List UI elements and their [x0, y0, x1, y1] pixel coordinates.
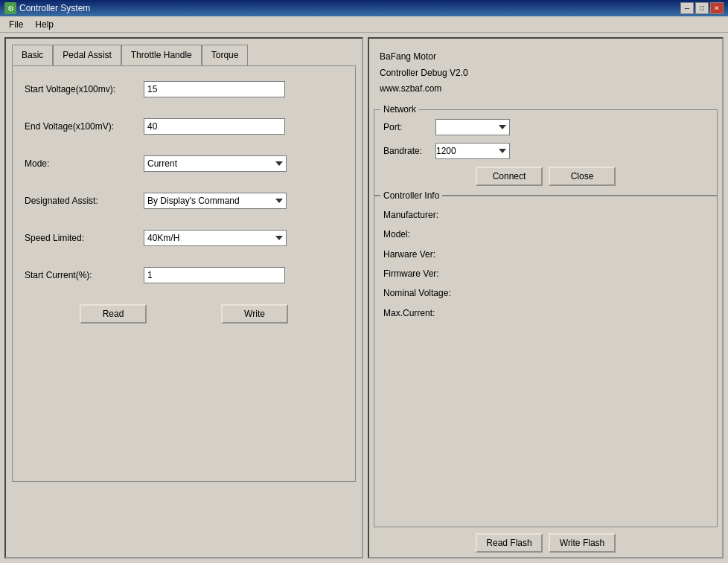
brand-line2: Controller Debug V2.0 [380, 65, 712, 82]
brand-info: BaFang Motor Controller Debug V2.0 www.s… [374, 43, 718, 103]
title-bar: ⚙ Controller System ─ □ ✕ [0, 0, 728, 16]
read-flash-button[interactable]: Read Flash [476, 533, 543, 553]
close-conn-button[interactable]: Close [549, 167, 616, 186]
tab-basic[interactable]: Basic [12, 45, 53, 65]
mode-row: Mode: Current Voltage Speed [25, 155, 343, 172]
read-button[interactable]: Read [80, 304, 147, 324]
speed-limited-select[interactable]: 40Km/H 30Km/H 25Km/H 20Km/H [144, 230, 287, 246]
window-title: Controller System [19, 3, 90, 13]
firmware-ver-row: Firmware Ver: [383, 264, 708, 283]
app-icon: ⚙ [4, 2, 16, 14]
max-current-row: Max.Current: [383, 303, 708, 323]
tab-throttle-handle[interactable]: Throttle Handle [121, 45, 202, 65]
designated-assist-row: Designated Assist: By Display's Command … [25, 193, 343, 209]
bottom-buttons: Read Write [25, 304, 343, 324]
network-title: Network [380, 104, 419, 115]
start-current-label: Start Current(%): [25, 270, 144, 280]
end-voltage-row: End Voltage(x100mV): [25, 118, 343, 135]
start-voltage-input[interactable] [144, 81, 285, 97]
mode-select[interactable]: Current Voltage Speed [144, 155, 287, 172]
end-voltage-label: End Voltage(x100mV): [25, 121, 144, 132]
network-group: Network Port: COM1 COM2 COM3 Bandrate: 1… [374, 109, 718, 196]
controller-info-group: Controller Info Manufacturer: Model: Har… [374, 196, 718, 527]
menu-help[interactable]: Help [29, 18, 60, 31]
bandrate-select[interactable]: 1200 2400 4800 9600 [435, 143, 510, 159]
speed-limited-row: Speed Limited: 40Km/H 30Km/H 25Km/H 20Km… [25, 230, 343, 246]
minimize-button[interactable]: ─ [680, 2, 694, 14]
tab-pedal-assist[interactable]: Pedal Assist [53, 45, 121, 65]
left-panel: Basic Pedal Assist Throttle Handle Torqu… [4, 37, 363, 559]
write-button[interactable]: Write [221, 304, 288, 324]
port-row: Port: COM1 COM2 COM3 [383, 119, 708, 135]
start-voltage-row: Start Voltage(x100mv): [25, 81, 343, 97]
end-voltage-input[interactable] [144, 118, 285, 135]
manufacturer-row: Manufacturer: [383, 205, 708, 225]
flash-buttons: Read Flash Write Flash [374, 533, 718, 553]
start-voltage-label: Start Voltage(x100mv): [25, 84, 144, 94]
start-current-input[interactable] [144, 267, 285, 283]
bandrate-label: Bandrate: [383, 146, 435, 156]
main-content: Basic Pedal Assist Throttle Handle Torqu… [0, 33, 728, 563]
port-label: Port: [383, 122, 435, 132]
menu-file[interactable]: File [3, 18, 29, 31]
controller-info-title: Controller Info [380, 190, 442, 201]
write-flash-button[interactable]: Write Flash [549, 533, 616, 553]
port-select[interactable]: COM1 COM2 COM3 [435, 119, 510, 135]
connect-row: Connect Close [383, 167, 708, 186]
mode-label: Mode: [25, 158, 144, 169]
brand-line1: BaFang Motor [380, 49, 712, 65]
connect-button[interactable]: Connect [476, 167, 543, 186]
start-current-row: Start Current(%): [25, 267, 343, 283]
brand-line3: www.szbaf.com [380, 81, 712, 97]
tab-torque[interactable]: Torque [202, 45, 249, 65]
designated-assist-select[interactable]: By Display's Command Level 1 Level 2 Lev… [144, 193, 287, 209]
model-row: Model: [383, 225, 708, 244]
nominal-voltage-row: Nominal Voltage: [383, 283, 708, 303]
tab-content: Start Voltage(x100mv): End Voltage(x100m… [12, 65, 356, 482]
close-button[interactable]: ✕ [710, 2, 724, 14]
bandrate-row: Bandrate: 1200 2400 4800 9600 [383, 143, 708, 159]
tab-bar: Basic Pedal Assist Throttle Handle Torqu… [12, 45, 356, 65]
restore-button[interactable]: □ [695, 2, 709, 14]
right-panel: BaFang Motor Controller Debug V2.0 www.s… [368, 37, 724, 559]
menu-bar: File Help [0, 16, 728, 33]
hardware-ver-row: Harware Ver: [383, 245, 708, 264]
speed-limited-label: Speed Limited: [25, 233, 144, 243]
designated-assist-label: Designated Assist: [25, 196, 144, 206]
